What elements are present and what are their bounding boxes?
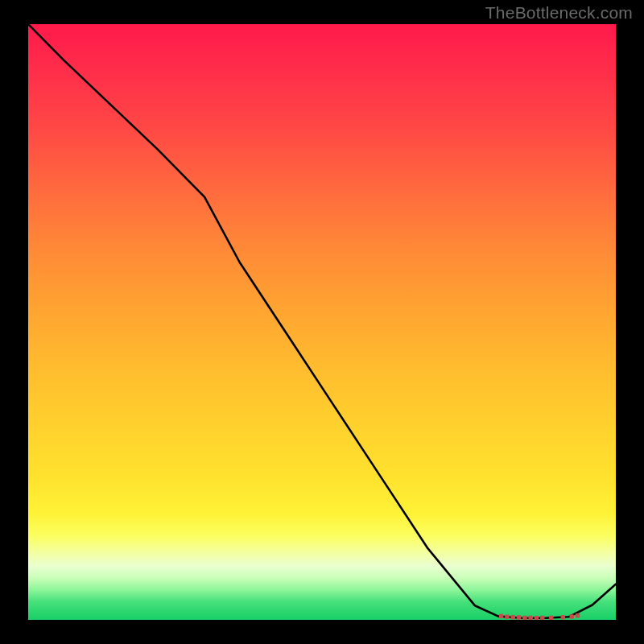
chart-overlay [28,24,616,620]
marker-dot [517,615,522,620]
plot-area [28,24,616,620]
marker-dot [499,614,504,619]
marker-dot [522,616,527,620]
marker-dot [561,615,566,620]
bottleneck-curve [28,24,616,618]
marker-dot [535,616,539,620]
chart-frame: TheBottleneck.com [0,0,644,644]
marker-dot [511,615,516,620]
marker-dot [540,616,545,620]
marker-dot [549,616,554,620]
marker-dot [528,616,533,620]
marker-dot [570,614,575,619]
marker-dot [505,615,510,620]
watermark-text: TheBottleneck.com [485,3,633,23]
marker-dot [576,613,580,618]
